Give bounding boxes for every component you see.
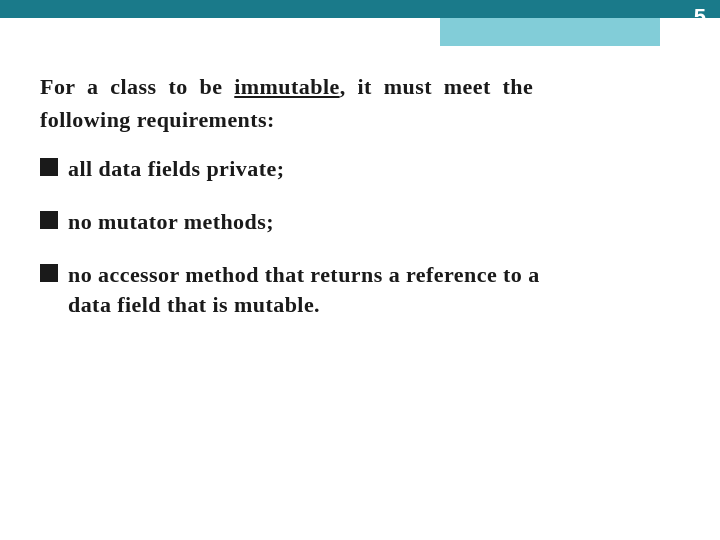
- bullet-icon: [40, 158, 58, 176]
- bullet-list: all data fields private; no mutator meth…: [40, 154, 690, 321]
- last-line: data field that is mutable.: [68, 292, 320, 317]
- slide-content: For a class to be immutable, it must mee…: [40, 70, 690, 520]
- top-accent: [440, 18, 660, 46]
- intro-text-line1: For a class to be immutable, it must mee…: [40, 74, 533, 99]
- list-item: no accessor method that returns a refere…: [40, 260, 690, 322]
- bullet-icon: [40, 264, 58, 282]
- bullet-text-1: all data fields private;: [68, 154, 690, 185]
- intro-paragraph: For a class to be immutable, it must mee…: [40, 70, 690, 136]
- intro-text-line2: following requirements:: [40, 107, 275, 132]
- list-item: all data fields private;: [40, 154, 690, 185]
- list-item: no mutator methods;: [40, 207, 690, 238]
- bullet-text-3: no accessor method that returns a refere…: [68, 260, 690, 322]
- bullet-text-2: no mutator methods;: [68, 207, 690, 238]
- top-bar: [0, 0, 720, 18]
- immutable-link[interactable]: immutable: [234, 74, 339, 99]
- slide-container: 5 For a class to be immutable, it must m…: [0, 0, 720, 540]
- bullet-icon: [40, 211, 58, 229]
- slide-number: 5: [694, 4, 706, 30]
